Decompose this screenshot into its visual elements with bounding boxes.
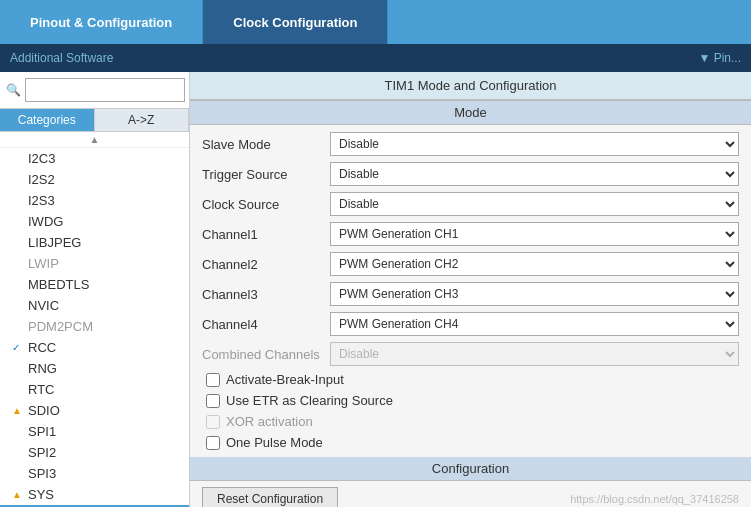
sidebar-item-sys[interactable]: ▲ SYS — [0, 484, 189, 505]
sidebar-item-rcc[interactable]: ✓ RCC — [0, 337, 189, 358]
content-area: TIM1 Mode and Configuration Mode Slave M… — [190, 72, 751, 507]
sidebar-item-pdm2pcm[interactable]: PDM2PCM — [0, 316, 189, 337]
channel4-label: Channel4 — [202, 317, 322, 332]
one-pulse-mode-row: One Pulse Mode — [202, 432, 739, 453]
sidebar-item-rtc[interactable]: RTC — [0, 379, 189, 400]
trigger-source-row: Trigger Source Disable — [202, 159, 739, 189]
sidebar-item-i2c3[interactable]: I2C3 — [0, 148, 189, 169]
trigger-source-label: Trigger Source — [202, 167, 322, 182]
channel2-row: Channel2 PWM Generation CH2 — [202, 249, 739, 279]
channel4-row: Channel4 PWM Generation CH4 — [202, 309, 739, 339]
activate-break-input-row: Activate-Break-Input — [202, 369, 739, 390]
top-nav: Pinout & Configuration Clock Configurati… — [0, 0, 751, 44]
main-layout: 🔍 ⚙ Categories A->Z ▲ I2C3 I2S2 I2S3 — [0, 72, 751, 507]
xor-activation-label: XOR activation — [226, 414, 313, 429]
combined-channels-select[interactable]: Disable — [330, 342, 739, 366]
sidebar-item-i2s2[interactable]: I2S2 — [0, 169, 189, 190]
one-pulse-mode-checkbox[interactable] — [206, 436, 220, 450]
search-input[interactable] — [25, 78, 185, 102]
sub-additional-software[interactable]: Additional Software — [10, 51, 113, 65]
sidebar-tabs: Categories A->Z — [0, 109, 189, 132]
use-etr-clearing-row: Use ETR as Clearing Source — [202, 390, 739, 411]
sidebar-item-spi1[interactable]: SPI1 — [0, 421, 189, 442]
sdio-status-icon: ▲ — [12, 405, 24, 416]
sub-nav: Additional Software ▼ Pin... — [0, 44, 751, 72]
channel3-row: Channel3 PWM Generation CH3 — [202, 279, 739, 309]
search-icon: 🔍 — [6, 83, 21, 97]
sidebar-item-i2s3[interactable]: I2S3 — [0, 190, 189, 211]
mode-section-header: Mode — [190, 100, 751, 125]
content-title: TIM1 Mode and Configuration — [190, 72, 751, 100]
sidebar-item-libjpeg[interactable]: LIBJPEG — [0, 232, 189, 253]
one-pulse-mode-label: One Pulse Mode — [226, 435, 323, 450]
activate-break-input-checkbox[interactable] — [206, 373, 220, 387]
tab-pinout[interactable]: Pinout & Configuration — [0, 0, 203, 44]
sidebar: 🔍 ⚙ Categories A->Z ▲ I2C3 I2S2 I2S3 — [0, 72, 190, 507]
xor-activation-row: XOR activation — [202, 411, 739, 432]
sidebar-item-nvic[interactable]: NVIC — [0, 295, 189, 316]
channel2-select[interactable]: PWM Generation CH2 — [330, 252, 739, 276]
sidebar-item-sdio[interactable]: ▲ SDIO — [0, 400, 189, 421]
sidebar-item-iwdg[interactable]: IWDG — [0, 211, 189, 232]
watermark-text: https://blog.csdn.net/qq_37416258 — [570, 493, 739, 505]
slave-mode-select[interactable]: Disable — [330, 132, 739, 156]
scroll-up-arrow[interactable]: ▲ — [0, 132, 189, 148]
channel4-select[interactable]: PWM Generation CH4 — [330, 312, 739, 336]
tab-categories[interactable]: Categories — [0, 109, 95, 131]
configuration-section-header: Configuration — [190, 457, 751, 481]
reset-configuration-button[interactable]: Reset Configuration — [202, 487, 338, 507]
slave-mode-label: Slave Mode — [202, 137, 322, 152]
sidebar-item-rng[interactable]: RNG — [0, 358, 189, 379]
trigger-source-select[interactable]: Disable — [330, 162, 739, 186]
rcc-status-icon: ✓ — [12, 342, 24, 353]
channel3-label: Channel3 — [202, 287, 322, 302]
activate-break-input-label: Activate-Break-Input — [226, 372, 344, 387]
xor-activation-checkbox[interactable] — [206, 415, 220, 429]
footer-row: Reset Configuration https://blog.csdn.ne… — [190, 481, 751, 507]
use-etr-clearing-checkbox[interactable] — [206, 394, 220, 408]
sidebar-item-lwip[interactable]: LWIP — [0, 253, 189, 274]
sidebar-item-spi3[interactable]: SPI3 — [0, 463, 189, 484]
channel1-row: Channel1 PWM Generation CH1 — [202, 219, 739, 249]
sys-status-icon: ▲ — [12, 489, 24, 500]
channel1-select[interactable]: PWM Generation CH1 — [330, 222, 739, 246]
clock-source-select[interactable]: Disable — [330, 192, 739, 216]
clock-source-label: Clock Source — [202, 197, 322, 212]
sidebar-item-mbedtls[interactable]: MBEDTLS — [0, 274, 189, 295]
sub-pin[interactable]: ▼ Pin... — [698, 51, 741, 65]
clock-source-row: Clock Source Disable — [202, 189, 739, 219]
sidebar-item-spi2[interactable]: SPI2 — [0, 442, 189, 463]
channel1-label: Channel1 — [202, 227, 322, 242]
slave-mode-row: Slave Mode Disable — [202, 129, 739, 159]
tab-clock[interactable]: Clock Configuration — [203, 0, 388, 44]
sidebar-list: I2C3 I2S2 I2S3 IWDG LIBJPEG LWIP — [0, 148, 189, 507]
combined-channels-label: Combined Channels — [202, 347, 322, 362]
channel3-select[interactable]: PWM Generation CH3 — [330, 282, 739, 306]
combined-channels-row: Combined Channels Disable — [202, 339, 739, 369]
mode-config-rows: Slave Mode Disable Trigger Source Disabl… — [190, 125, 751, 457]
tab-az[interactable]: A->Z — [95, 109, 190, 131]
sidebar-search-bar: 🔍 ⚙ — [0, 72, 189, 109]
channel2-label: Channel2 — [202, 257, 322, 272]
use-etr-clearing-label: Use ETR as Clearing Source — [226, 393, 393, 408]
